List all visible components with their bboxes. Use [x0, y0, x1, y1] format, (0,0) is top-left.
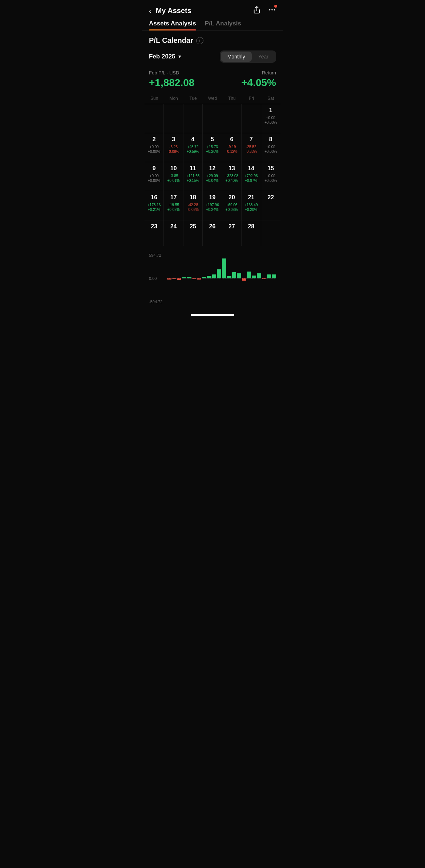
pl-label: Feb P/L · USD — [149, 70, 194, 76]
share-button[interactable] — [253, 6, 261, 16]
cal-cell-13[interactable]: 13+323.08+0.40% — [222, 162, 242, 191]
cal-date-number: 10 — [170, 165, 177, 172]
cal-pct-value: +0.00% — [148, 150, 160, 154]
cal-date-number: 26 — [209, 223, 216, 230]
cal-cell-4[interactable]: 4+45.72+0.59% — [183, 133, 203, 162]
cal-pl-value: +197.96 — [206, 203, 219, 207]
info-icon[interactable]: i — [196, 37, 203, 44]
cal-date-number: 9 — [153, 165, 156, 172]
cal-cell-12[interactable]: 12+29.09+0.04% — [203, 162, 222, 191]
day-header-sun: Sun — [145, 94, 164, 102]
cal-pl-value: +0.00 — [266, 116, 275, 120]
back-button[interactable]: ‹ — [149, 7, 151, 15]
home-bar — [191, 314, 234, 316]
chevron-down-icon: ▼ — [178, 54, 182, 59]
cal-pct-value: +0.20% — [245, 208, 257, 212]
cal-pl-value: +0.00 — [266, 174, 275, 178]
chart-canvas — [167, 257, 276, 307]
cal-pl-value: +19.55 — [168, 203, 179, 207]
cal-cell-18[interactable]: 18-42.28-0.05% — [183, 191, 203, 220]
cal-pct-value: -0.33% — [246, 150, 257, 154]
toggle-monthly[interactable]: Monthly — [221, 52, 252, 62]
cal-pl-value: -25.52 — [246, 145, 256, 149]
cal-pct-value: +0.01% — [167, 179, 180, 183]
cal-pl-value: +178.16 — [147, 203, 161, 207]
cal-pl-value: -6.23 — [169, 145, 178, 149]
cal-date-number: 21 — [248, 194, 254, 201]
cal-cell-26[interactable]: 26 — [203, 220, 222, 246]
tab-bar: Assets Analysis P/L Analysis — [142, 20, 283, 30]
cal-cell-27[interactable]: 27 — [222, 220, 242, 246]
cal-cell-empty — [242, 104, 261, 133]
chart-bar — [242, 278, 246, 281]
cal-date-number: 20 — [228, 194, 235, 201]
cal-date-number: 24 — [170, 223, 177, 230]
cal-cell-empty — [261, 220, 280, 246]
cal-pct-value: +0.00% — [264, 121, 277, 125]
chart-section: 594.72 0.00 -594.72 — [142, 246, 283, 311]
zero-line — [167, 278, 276, 278]
tab-assets-analysis[interactable]: Assets Analysis — [149, 20, 196, 30]
cal-cell-20[interactable]: 20+69.06+0.08% — [222, 191, 242, 220]
section-title-row: P/L Calendar i — [142, 30, 283, 48]
chart-bar — [192, 278, 197, 279]
cal-cell-empty — [145, 104, 164, 133]
cal-date-number: 22 — [267, 194, 274, 201]
cal-date-number: 28 — [248, 223, 254, 230]
chart-bar — [172, 278, 177, 279]
cal-cell-16[interactable]: 16+178.16+0.21% — [145, 191, 164, 220]
chart-bar — [167, 278, 171, 280]
header-left: ‹ My Assets — [149, 7, 191, 15]
cal-pct-value: +0.00% — [148, 179, 160, 183]
cal-cell-22[interactable]: 22 — [261, 191, 280, 220]
tab-pl-analysis[interactable]: P/L Analysis — [205, 20, 241, 30]
cal-pct-value: +0.00% — [264, 179, 277, 183]
cal-cell-6[interactable]: 6-9.19-0.12% — [222, 133, 242, 162]
svg-point-2 — [271, 9, 273, 11]
cal-pct-value: +0.59% — [187, 150, 199, 154]
cal-cell-7[interactable]: 7-25.52-0.33% — [242, 133, 261, 162]
cal-cell-21[interactable]: 21+168.49+0.20% — [242, 191, 261, 220]
pl-summary: Feb P/L · USD +1,882.08 Return +4.05% — [142, 69, 283, 94]
chart-label-bot: -594.72 — [149, 299, 162, 304]
cal-pct-value: -0.12% — [226, 150, 238, 154]
cal-pct-value: +0.02% — [167, 208, 180, 212]
cal-pct-value: +0.21% — [148, 208, 160, 212]
header-right — [253, 6, 276, 16]
toggle-year[interactable]: Year — [252, 52, 275, 62]
cal-cell-14[interactable]: 14+792.96+0.97% — [242, 162, 261, 191]
cal-cell-17[interactable]: 17+19.55+0.02% — [164, 191, 183, 220]
cal-date-number: 16 — [151, 194, 157, 201]
cal-cell-24[interactable]: 24 — [164, 220, 183, 246]
cal-cell-3[interactable]: 3-6.23-0.08% — [164, 133, 183, 162]
cal-date-number: 1 — [269, 107, 272, 114]
cal-cell-empty — [164, 104, 183, 133]
cal-date-number: 19 — [209, 194, 216, 201]
pl-value: +1,882.08 — [149, 77, 194, 89]
cal-cell-25[interactable]: 25 — [183, 220, 203, 246]
cal-pct-value: +0.04% — [206, 179, 218, 183]
cal-cell-5[interactable]: 5+15.73+0.20% — [203, 133, 222, 162]
cal-pl-value: +0.00 — [150, 174, 159, 178]
calendar: SunMonTueWedThuFriSat 1+0.00+0.00%2+0.00… — [142, 94, 283, 246]
calendar-header: SunMonTueWedThuFriSat — [145, 94, 280, 102]
cal-pl-value: +3.85 — [169, 174, 178, 178]
home-indicator — [142, 311, 283, 317]
cal-cell-15[interactable]: 15+0.00+0.00% — [261, 162, 280, 191]
cal-cell-2[interactable]: 2+0.00+0.00% — [145, 133, 164, 162]
cal-cell-23[interactable]: 23 — [145, 220, 164, 246]
chart-bars — [167, 257, 276, 300]
cal-cell-19[interactable]: 19+197.96+0.24% — [203, 191, 222, 220]
cal-cell-9[interactable]: 9+0.00+0.00% — [145, 162, 164, 191]
cal-cell-8[interactable]: 8+0.00+0.00% — [261, 133, 280, 162]
more-button[interactable] — [268, 6, 276, 16]
cal-cell-11[interactable]: 11+121.65+0.15% — [183, 162, 203, 191]
cal-pl-value: +168.49 — [244, 203, 258, 207]
cal-pl-value: +15.73 — [207, 145, 218, 149]
date-selector[interactable]: Feb 2025 ▼ — [149, 53, 182, 60]
cal-cell-1[interactable]: 1+0.00+0.00% — [261, 104, 280, 133]
app-header: ‹ My Assets — [142, 0, 283, 20]
pl-right: Return +4.05% — [241, 70, 276, 89]
cal-cell-28[interactable]: 28 — [242, 220, 261, 246]
cal-cell-10[interactable]: 10+3.85+0.01% — [164, 162, 183, 191]
